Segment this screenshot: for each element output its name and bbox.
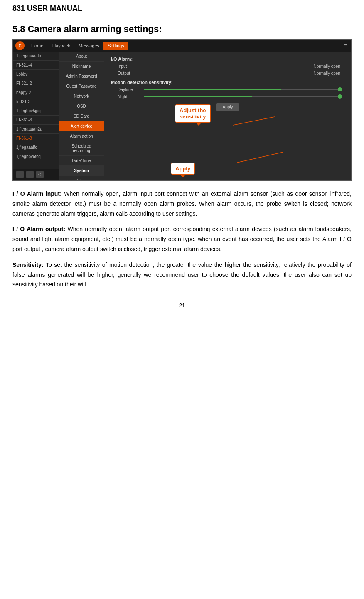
middle-menu: About Nickname Admin Password Guest Pass…: [59, 52, 104, 180]
menu-osd[interactable]: OSD: [59, 101, 104, 111]
sensitivity-paragraph: Sensitivity: To set the sensitivity of m…: [12, 260, 352, 290]
page-header: 831 USER MANUAL: [12, 4, 352, 15]
nav-item-settings[interactable]: Settings: [103, 42, 128, 50]
daytime-slider-row: - Daytime: [111, 87, 344, 92]
menu-system[interactable]: System: [59, 166, 104, 176]
menu-sd-card[interactable]: SD Card: [59, 111, 104, 121]
input-row: - Input Normally open: [111, 64, 344, 69]
io-input-paragraph: I / O Alarm input: When normally open, a…: [12, 189, 352, 219]
sidebar-item-0[interactable]: 1jfiegaaaaafa: [13, 52, 59, 61]
menu-admin-password[interactable]: Admin Password: [59, 71, 104, 81]
motion-section: Motion detection sensitivity: - Daytime …: [111, 80, 344, 111]
main-content: I/O Alarm: - Input Normally open - Outpu…: [104, 52, 351, 180]
night-slider-row: - Night: [111, 94, 344, 99]
sidebar-item-11[interactable]: 1jflegbpv6fcq: [13, 152, 59, 161]
sidebar-item-4[interactable]: happy-2: [13, 88, 59, 97]
sidebar-item-3[interactable]: FI-321-2: [13, 79, 59, 88]
section-title: 5.8 Camera alarm arming settings:: [12, 24, 352, 35]
sidebar-item-6[interactable]: 1jflegbpv5jpq: [13, 106, 59, 116]
nav-item-messages[interactable]: Messages: [74, 42, 103, 50]
callout-apply: Apply: [171, 163, 195, 175]
menu-date-time[interactable]: Date/Time: [59, 156, 104, 166]
menu-others[interactable]: Others: [59, 176, 104, 181]
group-button[interactable]: G: [36, 171, 44, 178]
body-text: I / O Alarm input: When normally open, a…: [12, 189, 352, 290]
header-title: 831 USER MANUAL: [12, 4, 82, 12]
sensitivity-heading: Sensitivity:: [12, 261, 44, 268]
menu-nickname[interactable]: Nickname: [59, 62, 104, 71]
add-button[interactable]: +: [26, 171, 34, 178]
sensitivity-body: To set the sensitivity of motion detecti…: [12, 261, 352, 288]
menu-guest-password[interactable]: Guest Password: [59, 81, 104, 91]
io-alarm-label: I/O Alarm:: [111, 57, 344, 62]
motion-label: Motion detection sensitivity:: [111, 80, 344, 85]
menu-scheduled-recording[interactable]: Scheduled recording: [59, 141, 104, 156]
sidebar: 1jfiegaaaaafa FI-321-4 Lobby FI-321-2 ha…: [13, 52, 59, 180]
output-row: - Output Normally open: [111, 71, 344, 76]
output-value: Normally open: [314, 71, 344, 76]
sidebar-item-1[interactable]: FI-321-4: [13, 61, 59, 70]
daytime-label: - Daytime: [115, 87, 140, 92]
menu-alert-device[interactable]: Alert device: [59, 121, 104, 131]
sidebar-bottom: - + G: [13, 169, 59, 180]
sidebar-item-2[interactable]: Lobby: [13, 70, 59, 79]
sidebar-item-9[interactable]: FI-361-3: [13, 134, 59, 143]
menu-alarm-action[interactable]: Alarm action: [59, 131, 104, 141]
io-input-heading: I / O Alarm input:: [12, 190, 62, 197]
io-output-paragraph: I / O Alarm output: When normally open, …: [12, 224, 352, 254]
menu-network[interactable]: Network: [59, 91, 104, 101]
nav-hamburger-icon[interactable]: ≡: [344, 42, 351, 49]
input-value: Normally open: [314, 64, 344, 69]
io-input-body: When normally open, alarm input port con…: [12, 190, 352, 217]
nav-bar: C Home Playback Messages Settings ≡: [13, 40, 351, 52]
menu-about[interactable]: About: [59, 52, 104, 62]
daytime-slider[interactable]: [144, 89, 340, 90]
io-output-heading: I / O Alarm output:: [12, 226, 65, 232]
output-label: - Output: [115, 71, 140, 76]
nav-item-playback[interactable]: Playback: [47, 42, 74, 50]
callout-sensitivity: Adjust the sensitivity: [175, 104, 211, 123]
nav-item-home[interactable]: Home: [27, 42, 47, 50]
sidebar-item-7[interactable]: FI-361-6: [13, 116, 59, 125]
sidebar-item-5[interactable]: fi-321-3: [13, 97, 59, 106]
ui-screenshot: C Home Playback Messages Settings ≡ 1jfi…: [12, 39, 352, 181]
night-label: - Night: [115, 94, 140, 99]
page-number: 21: [12, 302, 352, 308]
sidebar-item-10[interactable]: 1jfiegaaaifq: [13, 143, 59, 152]
night-slider[interactable]: [144, 96, 340, 97]
nav-logo: C: [15, 41, 25, 50]
apply-button[interactable]: Apply: [216, 103, 239, 111]
sidebar-item-8[interactable]: 1jfiegaaaah2a: [13, 125, 59, 134]
remove-button[interactable]: -: [16, 171, 24, 178]
input-label: - Input: [115, 64, 140, 69]
io-alarm-section: I/O Alarm: - Input Normally open - Outpu…: [111, 57, 344, 76]
